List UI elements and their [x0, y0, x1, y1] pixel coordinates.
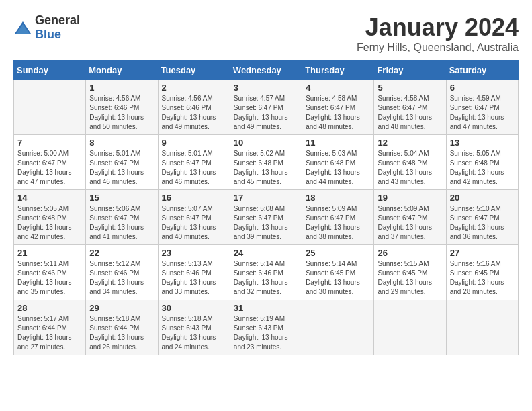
calendar-cell: 18Sunrise: 5:09 AM Sunset: 6:47 PM Dayli… — [302, 190, 374, 245]
day-number: 27 — [450, 248, 515, 258]
calendar-week: 21Sunrise: 5:11 AM Sunset: 6:46 PM Dayli… — [14, 245, 519, 300]
calendar-cell: 21Sunrise: 5:11 AM Sunset: 6:46 PM Dayli… — [14, 245, 86, 300]
day-number: 7 — [17, 138, 82, 148]
day-number: 23 — [162, 248, 226, 258]
calendar-cell: 19Sunrise: 5:09 AM Sunset: 6:47 PM Dayli… — [374, 190, 446, 245]
day-number: 4 — [306, 83, 370, 93]
day-number: 24 — [234, 248, 298, 258]
calendar-cell: 11Sunrise: 5:03 AM Sunset: 6:48 PM Dayli… — [302, 135, 374, 190]
calendar-subtitle: Ferny Hills, Queensland, Australia — [357, 42, 519, 54]
day-number: 1 — [89, 83, 154, 93]
day-info: Sunrise: 5:15 AM Sunset: 6:45 PM Dayligh… — [378, 259, 442, 297]
calendar-cell: 26Sunrise: 5:15 AM Sunset: 6:45 PM Dayli… — [374, 245, 446, 300]
calendar-week: 14Sunrise: 5:05 AM Sunset: 6:48 PM Dayli… — [14, 190, 519, 245]
calendar-cell — [14, 80, 86, 135]
day-number: 13 — [450, 138, 515, 148]
day-number: 30 — [162, 303, 226, 313]
day-info: Sunrise: 5:01 AM Sunset: 6:47 PM Dayligh… — [162, 149, 226, 187]
day-info: Sunrise: 5:11 AM Sunset: 6:46 PM Dayligh… — [17, 259, 82, 297]
day-info: Sunrise: 4:56 AM Sunset: 6:46 PM Dayligh… — [89, 94, 154, 132]
day-number: 25 — [306, 248, 370, 258]
calendar-cell: 14Sunrise: 5:05 AM Sunset: 6:48 PM Dayli… — [14, 190, 86, 245]
calendar-cell: 27Sunrise: 5:16 AM Sunset: 6:45 PM Dayli… — [446, 245, 518, 300]
calendar-cell: 24Sunrise: 5:14 AM Sunset: 6:46 PM Dayli… — [230, 245, 302, 300]
header-day: Tuesday — [158, 61, 230, 80]
calendar-cell: 1Sunrise: 4:56 AM Sunset: 6:46 PM Daylig… — [86, 80, 158, 135]
day-number: 28 — [17, 303, 82, 313]
logo-blue: Blue — [35, 28, 61, 41]
logo-general: General — [35, 13, 80, 27]
logo: General Blue — [13, 13, 80, 42]
day-info: Sunrise: 5:05 AM Sunset: 6:48 PM Dayligh… — [17, 204, 82, 242]
header-day: Saturday — [446, 61, 518, 80]
header-day: Friday — [374, 61, 446, 80]
calendar-cell: 12Sunrise: 5:04 AM Sunset: 6:48 PM Dayli… — [374, 135, 446, 190]
header-day: Monday — [86, 61, 158, 80]
calendar-cell: 9Sunrise: 5:01 AM Sunset: 6:47 PM Daylig… — [158, 135, 230, 190]
day-info: Sunrise: 5:05 AM Sunset: 6:48 PM Dayligh… — [450, 149, 515, 187]
calendar-cell: 6Sunrise: 4:59 AM Sunset: 6:47 PM Daylig… — [446, 80, 518, 135]
day-info: Sunrise: 4:59 AM Sunset: 6:47 PM Dayligh… — [450, 94, 515, 132]
day-number: 3 — [234, 83, 298, 93]
day-info: Sunrise: 5:18 AM Sunset: 6:44 PM Dayligh… — [89, 314, 154, 352]
calendar-cell: 23Sunrise: 5:13 AM Sunset: 6:46 PM Dayli… — [158, 245, 230, 300]
day-info: Sunrise: 5:10 AM Sunset: 6:47 PM Dayligh… — [450, 204, 515, 242]
calendar-title: January 2024 — [357, 13, 519, 42]
header-day: Wednesday — [230, 61, 302, 80]
day-number: 20 — [450, 193, 515, 203]
calendar-cell: 4Sunrise: 4:58 AM Sunset: 6:47 PM Daylig… — [302, 80, 374, 135]
day-info: Sunrise: 4:57 AM Sunset: 6:47 PM Dayligh… — [234, 94, 298, 132]
day-info: Sunrise: 5:02 AM Sunset: 6:48 PM Dayligh… — [234, 149, 298, 187]
day-number: 21 — [17, 248, 82, 258]
day-number: 29 — [89, 303, 154, 313]
calendar-cell — [446, 300, 518, 355]
calendar-cell: 29Sunrise: 5:18 AM Sunset: 6:44 PM Dayli… — [86, 300, 158, 355]
calendar-cell: 25Sunrise: 5:14 AM Sunset: 6:45 PM Dayli… — [302, 245, 374, 300]
day-number: 31 — [234, 303, 298, 313]
day-number: 2 — [162, 83, 226, 93]
day-number: 16 — [162, 193, 226, 203]
calendar-cell: 8Sunrise: 5:01 AM Sunset: 6:47 PM Daylig… — [86, 135, 158, 190]
calendar-cell: 20Sunrise: 5:10 AM Sunset: 6:47 PM Dayli… — [446, 190, 518, 245]
day-info: Sunrise: 5:04 AM Sunset: 6:48 PM Dayligh… — [378, 149, 442, 187]
day-number: 8 — [89, 138, 154, 148]
calendar-cell: 7Sunrise: 5:00 AM Sunset: 6:47 PM Daylig… — [14, 135, 86, 190]
day-number: 9 — [162, 138, 226, 148]
day-info: Sunrise: 5:09 AM Sunset: 6:47 PM Dayligh… — [378, 204, 442, 242]
day-number: 12 — [378, 138, 442, 148]
day-info: Sunrise: 5:17 AM Sunset: 6:44 PM Dayligh… — [17, 314, 82, 352]
calendar-cell — [302, 300, 374, 355]
calendar-table: SundayMondayTuesdayWednesdayThursdayFrid… — [13, 60, 519, 355]
calendar-cell: 5Sunrise: 4:58 AM Sunset: 6:47 PM Daylig… — [374, 80, 446, 135]
calendar-week: 7Sunrise: 5:00 AM Sunset: 6:47 PM Daylig… — [14, 135, 519, 190]
day-info: Sunrise: 4:56 AM Sunset: 6:46 PM Dayligh… — [162, 94, 226, 132]
day-number: 15 — [89, 193, 154, 203]
calendar-cell: 15Sunrise: 5:06 AM Sunset: 6:47 PM Dayli… — [86, 190, 158, 245]
calendar-cell: 2Sunrise: 4:56 AM Sunset: 6:46 PM Daylig… — [158, 80, 230, 135]
calendar-cell — [374, 300, 446, 355]
day-info: Sunrise: 5:18 AM Sunset: 6:43 PM Dayligh… — [162, 314, 226, 352]
calendar-cell: 13Sunrise: 5:05 AM Sunset: 6:48 PM Dayli… — [446, 135, 518, 190]
day-info: Sunrise: 5:14 AM Sunset: 6:45 PM Dayligh… — [306, 259, 370, 297]
logo-icon — [13, 20, 32, 35]
day-info: Sunrise: 4:58 AM Sunset: 6:47 PM Dayligh… — [378, 94, 442, 132]
day-info: Sunrise: 5:01 AM Sunset: 6:47 PM Dayligh… — [89, 149, 154, 187]
calendar-cell: 22Sunrise: 5:12 AM Sunset: 6:46 PM Dayli… — [86, 245, 158, 300]
day-info: Sunrise: 5:03 AM Sunset: 6:48 PM Dayligh… — [306, 149, 370, 187]
day-number: 14 — [17, 193, 82, 203]
calendar-cell: 17Sunrise: 5:08 AM Sunset: 6:47 PM Dayli… — [230, 190, 302, 245]
day-info: Sunrise: 5:06 AM Sunset: 6:47 PM Dayligh… — [89, 204, 154, 242]
day-info: Sunrise: 5:00 AM Sunset: 6:47 PM Dayligh… — [17, 149, 82, 187]
day-info: Sunrise: 5:08 AM Sunset: 6:47 PM Dayligh… — [234, 204, 298, 242]
calendar-cell: 31Sunrise: 5:19 AM Sunset: 6:43 PM Dayli… — [230, 300, 302, 355]
calendar-week: 28Sunrise: 5:17 AM Sunset: 6:44 PM Dayli… — [14, 300, 519, 355]
day-info: Sunrise: 5:07 AM Sunset: 6:47 PM Dayligh… — [162, 204, 226, 242]
day-number: 5 — [378, 83, 442, 93]
header-row: SundayMondayTuesdayWednesdayThursdayFrid… — [14, 61, 519, 80]
day-number: 10 — [234, 138, 298, 148]
day-info: Sunrise: 5:16 AM Sunset: 6:45 PM Dayligh… — [450, 259, 515, 297]
day-number: 6 — [450, 83, 515, 93]
title-area: January 2024 Ferny Hills, Queensland, Au… — [357, 13, 519, 54]
calendar-cell: 16Sunrise: 5:07 AM Sunset: 6:47 PM Dayli… — [158, 190, 230, 245]
calendar-cell: 28Sunrise: 5:17 AM Sunset: 6:44 PM Dayli… — [14, 300, 86, 355]
